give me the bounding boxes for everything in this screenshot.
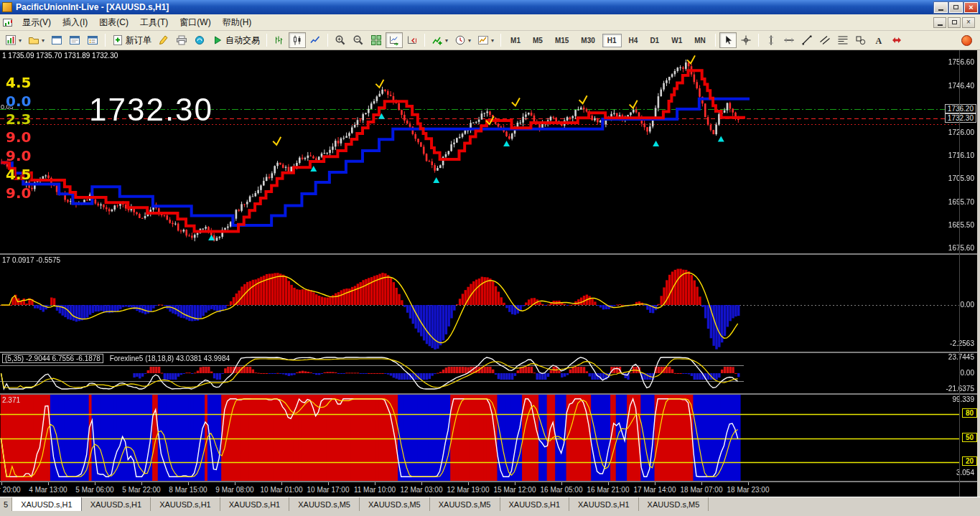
time-label: 15 Mar 12:00 [494,486,536,494]
folder-icon [28,34,39,46]
vertical-line-button[interactable] [762,32,780,48]
timeframe-w1-button[interactable]: W1 [666,34,687,47]
auto-scroll-button[interactable] [386,32,403,48]
periods-button[interactable]: ▾ [452,32,474,48]
time-label: 16 Mar 05:00 [541,486,583,494]
restore-button[interactable] [949,2,963,13]
indicator3-header-values: Forexline5 (18,18,8) 43.0381 43.9984 [110,355,230,362]
window-frame [977,50,980,497]
chart-tab[interactable]: XAUUSD.s,H1 [82,497,151,511]
indicators-button[interactable]: ▾ [429,32,451,48]
restore-icon [952,20,957,24]
time-tick [188,482,189,485]
time-tick [655,482,655,485]
tile-windows-button[interactable] [368,32,385,48]
time-axis[interactable]: 3 Mar 20:004 Mar 13:005 Mar 06:005 Mar 2… [0,482,980,497]
indicator2-header-selected[interactable]: (5,35) -2.9044 6.7556 -6.1878 [2,354,103,363]
chart-tab[interactable]: XAUUSD.s,M5 [360,497,430,511]
menu-item[interactable]: 帮助(H) [217,15,258,29]
timeframe-m15-button[interactable]: M15 [550,34,574,47]
new-chart-button[interactable]: ▾ [2,32,24,48]
child-restore-button[interactable] [948,17,961,28]
new-order-button[interactable]: 新订单 [109,32,154,48]
line-chart-button[interactable] [307,32,324,48]
child-close-button[interactable]: × [962,17,975,28]
chart-tab[interactable]: XAUUSD.s,M5 [289,497,360,511]
fibonacci-button[interactable] [834,32,851,48]
timeframe-h1-button[interactable]: H1 [602,34,622,47]
close-button[interactable]: × [964,2,978,13]
chart-shift-button[interactable] [403,32,421,48]
community-icon [194,34,205,46]
cursor-button[interactable] [719,32,737,48]
bar-chart-button[interactable] [271,32,288,48]
chart-tab[interactable]: XAUUSD.s,H1 [569,497,639,511]
app-icon [2,2,12,12]
zoomin-icon [335,34,346,46]
indicators-icon [431,34,443,46]
shapes-button[interactable] [852,32,869,48]
chart-tab[interactable]: XAUUSD.s,H1 [500,497,570,511]
text-button[interactable]: A [870,32,887,48]
notification-badge-icon[interactable] [961,35,972,46]
navigator-button[interactable] [84,32,101,48]
toolbar-separator [266,34,267,47]
dropdown-arrow-icon: ▾ [491,37,494,44]
market-watch-button[interactable] [48,32,65,48]
profiles-button[interactable]: ▾ [25,32,47,48]
tile-icon [370,34,382,46]
main-chart-canvas[interactable] [0,50,980,253]
menu-item[interactable]: 工具(T) [134,15,174,29]
indicator3-canvas[interactable] [0,395,980,481]
menu-item[interactable]: 插入(I) [57,15,93,29]
menu-item[interactable]: 窗口(W) [174,15,216,29]
chart-tab[interactable]: XAUUSD.s,H1 [12,497,82,511]
zoomout-icon [353,34,364,46]
timeframe-m1-button[interactable]: M1 [505,34,526,47]
channel-button[interactable] [816,32,834,48]
arrows-button[interactable] [888,32,905,48]
chart-tab[interactable]: XAUUSD.s,M5 [430,497,500,511]
indicator1-canvas[interactable] [0,255,980,352]
autotrading-button[interactable]: 自动交易 [209,32,263,48]
templates-button[interactable]: ▾ [475,32,497,48]
chart-tab-partial[interactable]: 5 [0,497,12,511]
timeframe-m5-button[interactable]: M5 [528,34,548,47]
time-label: 9 Mar 08:00 [215,486,253,494]
time-label: 17 Mar 14:00 [634,486,676,494]
horizontal-line-button[interactable] [780,32,798,48]
timeframe-m30-button[interactable]: M30 [576,34,599,47]
crosshair-button[interactable] [737,32,755,48]
minimize-button[interactable] [934,2,948,13]
chart-icon [5,34,17,46]
metaeditor-button[interactable] [155,32,172,48]
time-tick [701,482,702,485]
time-tick [421,482,422,485]
menu-item[interactable]: 图表(C) [93,15,134,29]
timeframe-h4-button[interactable]: H4 [624,34,643,47]
zoom-in-button[interactable] [332,32,349,48]
time-tick [375,482,375,485]
dropdown-arrow-icon: ▾ [445,37,448,44]
ohlc-info: 1 1735.09 1735.70 1731.89 1732.30 [2,52,118,60]
chart-tab[interactable]: XAUUSD.s,M5 [639,497,709,511]
child-minimize-button[interactable] [933,17,946,28]
time-label: 5 Mar 22:00 [122,486,160,494]
candlestick-chart-button[interactable] [289,32,306,48]
timeframe-mn-button[interactable]: MN [689,34,711,47]
editor-icon [158,34,169,46]
time-tick [468,482,469,485]
chart-tab[interactable]: XAUUSD.s,H1 [151,497,220,511]
print-button[interactable] [173,32,190,48]
menu-item[interactable]: 显示(V) [17,15,57,29]
shapes-icon [855,34,867,46]
autoscroll-icon [388,34,400,46]
timeframe-d1-button[interactable]: D1 [645,34,664,47]
toolbar-separator [500,34,501,47]
zoom-out-button[interactable] [350,32,367,48]
chart-tab[interactable]: XAUUSD.s,H1 [220,497,290,511]
community-button[interactable] [191,32,208,48]
data-window-button[interactable] [66,32,83,48]
shift-icon [406,34,418,46]
trendline-button[interactable] [798,32,816,48]
